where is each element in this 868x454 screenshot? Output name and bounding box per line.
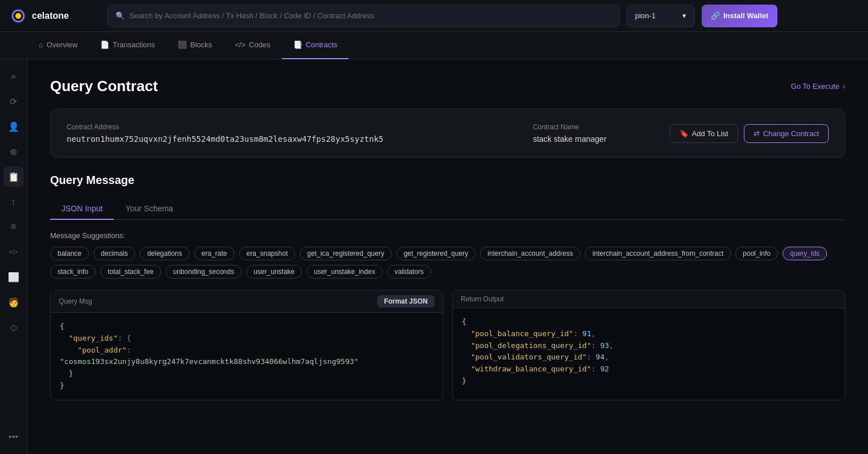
add-to-list-button[interactable]: 🔖 Add To List [670, 124, 738, 143]
contract-address-value: neutron1humx752uqvxn2jfenh5524md0ta23usm… [67, 134, 510, 144]
suggestion-user_unstake_index[interactable]: user_unstake_index [306, 265, 382, 279]
query-msg-content[interactable]: { "query_ids": { "pool_addr": "cosmos193… [51, 313, 443, 400]
return-output-label: Return Output [461, 295, 503, 303]
main-content: Query Contract Go To Execute › Contract … [27, 59, 868, 454]
change-icon: ⇄ [754, 129, 760, 138]
contract-card: Contract Address neutron1humx752uqvxn2jf… [50, 109, 845, 158]
format-json-button[interactable]: Format JSON [377, 295, 435, 308]
tab-your-schema[interactable]: Your Schema [114, 198, 185, 220]
codes-icon: </> [235, 40, 245, 49]
arrow-right-icon: › [843, 82, 845, 91]
contract-name-block: Contract Name stack stake manager [533, 123, 647, 144]
suggestion-delegations[interactable]: delegations [140, 247, 189, 260]
suggestion-era_rate[interactable]: era_rate [194, 247, 235, 260]
query-msg-header: Query Msg Format JSON [51, 291, 443, 313]
sidebar-icon-box[interactable]: ⬜ [3, 267, 24, 287]
suggestion-user_unstake[interactable]: user_unstake [246, 265, 302, 279]
sidebar-icon-history[interactable]: ⟳ [3, 91, 24, 112]
search-input[interactable] [129, 11, 611, 20]
query-message-title: Query Message [50, 174, 845, 187]
contract-actions: 🔖 Add To List ⇄ Change Contract [670, 124, 829, 143]
query-tabs: JSON Input Your Schema [50, 198, 845, 220]
suggestion-balance[interactable]: balance [50, 247, 89, 260]
suggestions-container: balance decimals delegations era_rate er… [50, 247, 845, 279]
suggestion-get_ica_registered_query[interactable]: get_ica_registered_query [300, 247, 391, 260]
suggestion-interchain_account_address_from_contract[interactable]: interchain_account_address_from_contract [585, 247, 731, 260]
suggestion-unbonding_seconds[interactable]: unbonding_seconds [166, 265, 241, 279]
code-panels: Query Msg Format JSON { "query_ids": { "… [50, 290, 845, 400]
tab-json-input[interactable]: JSON Input [50, 198, 114, 220]
search-icon: 🔍 [116, 11, 125, 20]
bookmark-icon: 🔖 [679, 129, 689, 138]
search-bar[interactable]: 🔍 [107, 5, 620, 27]
suggestions-label: Message Suggestions: [50, 231, 845, 240]
add-to-list-label: Add To List [692, 129, 728, 138]
contract-address-label: Contract Address [67, 123, 510, 131]
install-wallet-button[interactable]: 🔗 Install Wallet [702, 5, 777, 27]
sidebar-icon-more[interactable]: ••• [3, 427, 24, 447]
suggestion-era_snapshot[interactable]: era_snapshot [239, 247, 296, 260]
sidebar: » ⟳ 👤 ⊕ 📋 ↑ ≡ </> ⬜ 🧑 ◇ ••• [0, 59, 27, 454]
suggestion-validators[interactable]: validators [387, 265, 431, 279]
svg-point-2 [15, 13, 21, 19]
suggestion-get_registered_query[interactable]: get_registered_query [396, 247, 476, 260]
chevron-down-icon: ▾ [682, 11, 686, 20]
sidebar-icon-diamond[interactable]: ◇ [3, 317, 24, 337]
layout: » ⟳ 👤 ⊕ 📋 ↑ ≡ </> ⬜ 🧑 ◇ ••• Query Contra… [0, 59, 868, 454]
suggestion-decimals[interactable]: decimals [93, 247, 135, 260]
install-wallet-label: Install Wallet [723, 11, 768, 20]
change-contract-button[interactable]: ⇄ Change Contract [744, 124, 829, 143]
sidebar-icon-add[interactable]: ⊕ [3, 141, 24, 162]
suggestion-total_stack_fee[interactable]: total_stack_fee [100, 265, 161, 279]
sidebar-icon-user[interactable]: 👤 [3, 116, 24, 137]
return-output-content: { "pool_balance_query_id": 91, "pool_del… [453, 308, 845, 395]
go-to-execute-link[interactable]: Go To Execute › [791, 82, 845, 91]
network-selector[interactable]: pion-1 ▾ [627, 5, 695, 27]
query-message-section: Query Message JSON Input Your Schema Mes… [50, 174, 845, 400]
change-contract-label: Change Contract [763, 129, 819, 138]
query-msg-panel: Query Msg Format JSON { "query_ids": { "… [50, 290, 443, 400]
page-title: Query Contract [50, 77, 158, 95]
wallet-icon: 🔗 [711, 11, 720, 20]
sidebar-icon-person[interactable]: 🧑 [3, 292, 24, 312]
sidebar-icon-filter[interactable]: ≡ [3, 216, 24, 237]
contract-name-value: stack stake manager [533, 134, 647, 144]
logo-icon [9, 7, 27, 25]
sidebar-icon-upload[interactable]: ↑ [3, 191, 24, 212]
suggestion-pool_info[interactable]: pool_info [735, 247, 778, 260]
secnav-item-blocks[interactable]: ⬛ Blocks [166, 32, 223, 59]
contract-name-label: Contract Name [533, 123, 647, 131]
block-icon: ⬛ [178, 40, 187, 49]
secnav-item-contracts[interactable]: 📑 Contracts [282, 32, 349, 59]
sidebar-icon-contracts[interactable]: 📋 [3, 166, 24, 187]
logo-area: celatone [9, 7, 100, 25]
sidebar-icon-code[interactable]: </> [3, 242, 24, 262]
query-msg-label: Query Msg [59, 297, 92, 305]
network-label: pion-1 [635, 11, 656, 20]
secondary-nav: ⌂ Overview 📄 Transactions ⬛ Blocks </> C… [0, 32, 868, 59]
home-icon: ⌂ [39, 40, 43, 49]
contract-address-block: Contract Address neutron1humx752uqvxn2jf… [67, 123, 510, 144]
suggestion-stack_info[interactable]: stack_info [50, 265, 96, 279]
logo-text: celatone [32, 11, 69, 21]
secnav-item-transactions[interactable]: 📄 Transactions [89, 32, 166, 59]
go-to-execute-label: Go To Execute [791, 82, 840, 91]
contracts-icon: 📑 [293, 40, 302, 49]
topbar: celatone 🔍 pion-1 ▾ 🔗 Install Wallet [0, 0, 868, 32]
suggestion-interchain_account_address[interactable]: interchain_account_address [480, 247, 580, 260]
secnav-item-codes[interactable]: </> Codes [223, 32, 281, 59]
return-output-header: Return Output [453, 291, 845, 308]
tx-icon: 📄 [100, 40, 109, 49]
secnav-item-overview[interactable]: ⌂ Overview [27, 32, 89, 59]
sidebar-icon-collapse[interactable]: » [3, 66, 24, 87]
return-output-panel: Return Output { "pool_balance_query_id":… [452, 290, 845, 400]
suggestion-query_ids[interactable]: query_ids [783, 247, 827, 260]
page-header: Query Contract Go To Execute › [50, 77, 845, 95]
